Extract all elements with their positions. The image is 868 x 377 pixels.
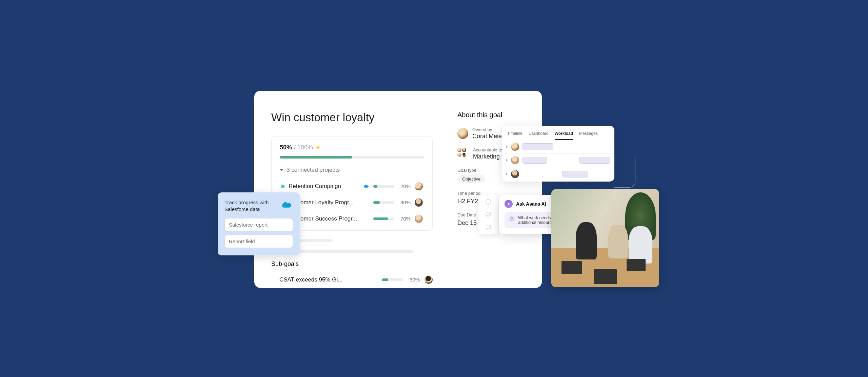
row-avatar: [511, 143, 519, 151]
subgoal-percent: 30%: [408, 277, 420, 282]
tab-workload[interactable]: Workload: [555, 131, 573, 140]
tab-dashboard[interactable]: Dashboard: [529, 131, 549, 140]
salesforce-popover: Track progress with Salesforce data Sale…: [218, 192, 300, 256]
project-percent: 20%: [398, 183, 411, 189]
project-progress-bar: [373, 185, 394, 188]
tab-messages[interactable]: Messages: [579, 131, 598, 140]
salesforce-report-input[interactable]: Salesforce report: [224, 218, 293, 231]
check-circle-icon: [486, 212, 491, 217]
connector-line: [614, 157, 635, 188]
about-heading: About this goal: [457, 111, 525, 119]
progress-total: / 100%: [294, 144, 313, 151]
goal-title: Win customer loyalty: [271, 111, 433, 124]
goal-type-chip[interactable]: Objective: [457, 175, 485, 183]
project-percent: 70%: [398, 216, 411, 222]
project-name: Customer Success Progr...: [289, 215, 369, 222]
project-owner-avatar[interactable]: [415, 182, 423, 190]
progress-bar: [280, 156, 424, 159]
project-progress-bar: [373, 201, 394, 204]
project-name: Retention Campaign: [289, 183, 359, 190]
owner-name: Coral Meier: [472, 133, 504, 140]
subgoal-owner-avatar[interactable]: [425, 276, 433, 284]
task-status-column: [478, 195, 498, 234]
project-color-dot: [281, 185, 284, 188]
project-owner-avatar[interactable]: [415, 198, 423, 207]
salesforce-title: Track progress with Salesforce data: [224, 199, 276, 213]
connected-projects-label: 3 connected projects: [287, 167, 340, 173]
tab-timeline[interactable]: Timeline: [507, 131, 522, 140]
subgoal-name: CSAT exceeds 95% Gl...: [279, 276, 377, 283]
team-avatars: [457, 148, 469, 160]
subgoal-progress-bar: [382, 278, 403, 281]
owner-label: Owned by: [472, 127, 504, 132]
question-icon: ?: [509, 216, 515, 222]
owner-avatar: [457, 128, 468, 139]
connected-projects-toggle[interactable]: 3 connected projects: [280, 167, 424, 173]
project-row[interactable]: Customer Loyalty Progr... 30%: [280, 194, 424, 211]
expand-icon: [506, 159, 508, 162]
expand-icon: [506, 173, 508, 175]
project-row[interactable]: Customer Success Progr... 70%: [280, 211, 424, 227]
project-row[interactable]: Retention Campaign 20%: [280, 178, 424, 194]
vertical-divider: [445, 109, 445, 285]
project-percent: 30%: [398, 200, 411, 205]
project-progress-bar: [373, 217, 394, 220]
check-circle-icon: [486, 225, 491, 230]
workload-row[interactable]: [502, 154, 614, 167]
ask-ai-title: Ask Asana AI: [516, 201, 546, 207]
project-owner-avatar[interactable]: [415, 215, 423, 223]
meeting-photo: [551, 189, 659, 287]
salesforce-logo-icon: [280, 201, 293, 211]
circle-outline-icon: [486, 199, 491, 205]
sparkle-icon: ✦: [505, 200, 513, 208]
workload-card: Timeline Dashboard Workload Messages: [502, 126, 614, 182]
progress-current: 50%: [280, 144, 292, 151]
subgoals-heading: Sub-goals: [271, 260, 433, 268]
goal-detail-card: Win customer loyalty 50% / 100% ⚡ 3 conn…: [254, 91, 542, 288]
workload-row[interactable]: [502, 167, 614, 181]
report-field-input[interactable]: Report field: [224, 235, 293, 248]
salesforce-cloud-icon: [363, 184, 369, 189]
project-name: Customer Loyalty Progr...: [289, 199, 369, 206]
expand-icon: [506, 145, 508, 148]
row-avatar: [511, 156, 519, 164]
row-avatar: [511, 170, 519, 178]
subgoal-row[interactable]: CSAT exceeds 95% Gl... 30%: [271, 271, 433, 284]
chevron-down-icon: [280, 169, 283, 171]
workload-row[interactable]: [502, 140, 614, 154]
bolt-icon: ⚡: [315, 145, 321, 150]
